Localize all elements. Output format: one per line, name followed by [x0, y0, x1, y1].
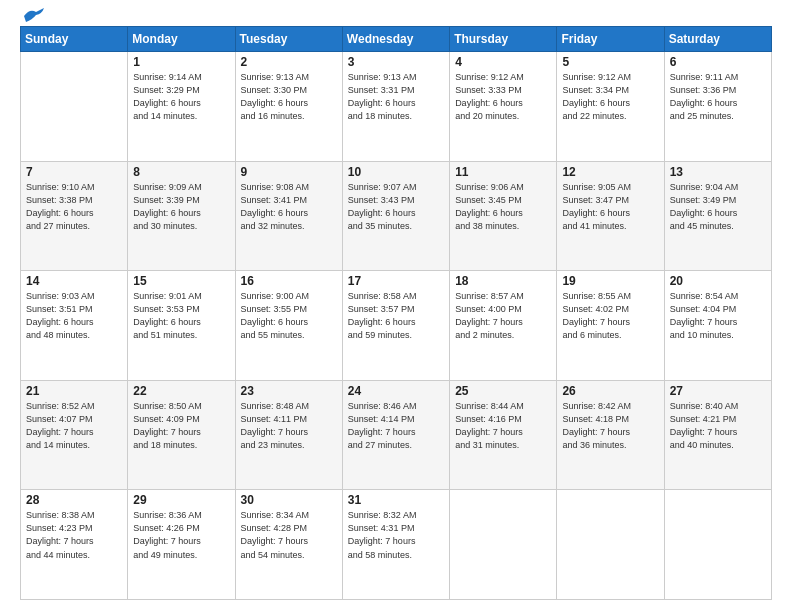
header [20, 16, 772, 18]
day-number: 24 [348, 384, 444, 398]
calendar-header-monday: Monday [128, 27, 235, 52]
day-info: Sunrise: 8:52 AMSunset: 4:07 PMDaylight:… [26, 400, 122, 452]
day-number: 2 [241, 55, 337, 69]
day-number: 11 [455, 165, 551, 179]
calendar-cell: 31Sunrise: 8:32 AMSunset: 4:31 PMDayligh… [342, 490, 449, 600]
day-info: Sunrise: 8:32 AMSunset: 4:31 PMDaylight:… [348, 509, 444, 561]
calendar-cell: 12Sunrise: 9:05 AMSunset: 3:47 PMDayligh… [557, 161, 664, 271]
calendar-cell: 1Sunrise: 9:14 AMSunset: 3:29 PMDaylight… [128, 52, 235, 162]
page: SundayMondayTuesdayWednesdayThursdayFrid… [0, 0, 792, 612]
calendar-week-4: 21Sunrise: 8:52 AMSunset: 4:07 PMDayligh… [21, 380, 772, 490]
day-number: 18 [455, 274, 551, 288]
day-info: Sunrise: 9:09 AMSunset: 3:39 PMDaylight:… [133, 181, 229, 233]
calendar-cell: 3Sunrise: 9:13 AMSunset: 3:31 PMDaylight… [342, 52, 449, 162]
calendar-cell: 30Sunrise: 8:34 AMSunset: 4:28 PMDayligh… [235, 490, 342, 600]
calendar-cell: 4Sunrise: 9:12 AMSunset: 3:33 PMDaylight… [450, 52, 557, 162]
calendar-cell: 19Sunrise: 8:55 AMSunset: 4:02 PMDayligh… [557, 271, 664, 381]
calendar-cell: 21Sunrise: 8:52 AMSunset: 4:07 PMDayligh… [21, 380, 128, 490]
day-number: 17 [348, 274, 444, 288]
day-info: Sunrise: 9:10 AMSunset: 3:38 PMDaylight:… [26, 181, 122, 233]
day-info: Sunrise: 9:01 AMSunset: 3:53 PMDaylight:… [133, 290, 229, 342]
day-number: 15 [133, 274, 229, 288]
day-info: Sunrise: 9:12 AMSunset: 3:33 PMDaylight:… [455, 71, 551, 123]
calendar-cell: 22Sunrise: 8:50 AMSunset: 4:09 PMDayligh… [128, 380, 235, 490]
calendar-week-5: 28Sunrise: 8:38 AMSunset: 4:23 PMDayligh… [21, 490, 772, 600]
calendar-cell: 11Sunrise: 9:06 AMSunset: 3:45 PMDayligh… [450, 161, 557, 271]
calendar-header-friday: Friday [557, 27, 664, 52]
day-info: Sunrise: 8:57 AMSunset: 4:00 PMDaylight:… [455, 290, 551, 342]
day-number: 5 [562, 55, 658, 69]
calendar-cell: 28Sunrise: 8:38 AMSunset: 4:23 PMDayligh… [21, 490, 128, 600]
day-number: 10 [348, 165, 444, 179]
calendar-cell: 14Sunrise: 9:03 AMSunset: 3:51 PMDayligh… [21, 271, 128, 381]
day-info: Sunrise: 9:12 AMSunset: 3:34 PMDaylight:… [562, 71, 658, 123]
day-number: 6 [670, 55, 766, 69]
calendar-cell: 23Sunrise: 8:48 AMSunset: 4:11 PMDayligh… [235, 380, 342, 490]
day-info: Sunrise: 9:04 AMSunset: 3:49 PMDaylight:… [670, 181, 766, 233]
day-number: 19 [562, 274, 658, 288]
day-number: 26 [562, 384, 658, 398]
calendar-cell: 18Sunrise: 8:57 AMSunset: 4:00 PMDayligh… [450, 271, 557, 381]
calendar-cell: 13Sunrise: 9:04 AMSunset: 3:49 PMDayligh… [664, 161, 771, 271]
day-number: 8 [133, 165, 229, 179]
day-info: Sunrise: 9:13 AMSunset: 3:30 PMDaylight:… [241, 71, 337, 123]
day-info: Sunrise: 9:05 AMSunset: 3:47 PMDaylight:… [562, 181, 658, 233]
day-info: Sunrise: 8:50 AMSunset: 4:09 PMDaylight:… [133, 400, 229, 452]
day-info: Sunrise: 9:13 AMSunset: 3:31 PMDaylight:… [348, 71, 444, 123]
calendar-cell: 27Sunrise: 8:40 AMSunset: 4:21 PMDayligh… [664, 380, 771, 490]
calendar-cell: 2Sunrise: 9:13 AMSunset: 3:30 PMDaylight… [235, 52, 342, 162]
calendar-cell [450, 490, 557, 600]
day-info: Sunrise: 9:06 AMSunset: 3:45 PMDaylight:… [455, 181, 551, 233]
day-number: 12 [562, 165, 658, 179]
day-number: 7 [26, 165, 122, 179]
calendar-header-wednesday: Wednesday [342, 27, 449, 52]
day-number: 20 [670, 274, 766, 288]
calendar-header-thursday: Thursday [450, 27, 557, 52]
day-info: Sunrise: 9:07 AMSunset: 3:43 PMDaylight:… [348, 181, 444, 233]
calendar-header-tuesday: Tuesday [235, 27, 342, 52]
day-info: Sunrise: 8:58 AMSunset: 3:57 PMDaylight:… [348, 290, 444, 342]
calendar-cell: 10Sunrise: 9:07 AMSunset: 3:43 PMDayligh… [342, 161, 449, 271]
day-number: 3 [348, 55, 444, 69]
day-number: 13 [670, 165, 766, 179]
calendar-week-3: 14Sunrise: 9:03 AMSunset: 3:51 PMDayligh… [21, 271, 772, 381]
calendar-header-saturday: Saturday [664, 27, 771, 52]
calendar-cell: 29Sunrise: 8:36 AMSunset: 4:26 PMDayligh… [128, 490, 235, 600]
calendar-week-1: 1Sunrise: 9:14 AMSunset: 3:29 PMDaylight… [21, 52, 772, 162]
calendar-cell: 6Sunrise: 9:11 AMSunset: 3:36 PMDaylight… [664, 52, 771, 162]
day-info: Sunrise: 8:55 AMSunset: 4:02 PMDaylight:… [562, 290, 658, 342]
day-number: 25 [455, 384, 551, 398]
day-info: Sunrise: 8:34 AMSunset: 4:28 PMDaylight:… [241, 509, 337, 561]
calendar-cell: 20Sunrise: 8:54 AMSunset: 4:04 PMDayligh… [664, 271, 771, 381]
day-info: Sunrise: 9:03 AMSunset: 3:51 PMDaylight:… [26, 290, 122, 342]
calendar-cell [557, 490, 664, 600]
calendar-cell: 16Sunrise: 9:00 AMSunset: 3:55 PMDayligh… [235, 271, 342, 381]
day-number: 16 [241, 274, 337, 288]
day-number: 9 [241, 165, 337, 179]
day-info: Sunrise: 8:44 AMSunset: 4:16 PMDaylight:… [455, 400, 551, 452]
day-info: Sunrise: 9:08 AMSunset: 3:41 PMDaylight:… [241, 181, 337, 233]
calendar-header-sunday: Sunday [21, 27, 128, 52]
calendar-cell: 9Sunrise: 9:08 AMSunset: 3:41 PMDaylight… [235, 161, 342, 271]
calendar-cell: 17Sunrise: 8:58 AMSunset: 3:57 PMDayligh… [342, 271, 449, 381]
day-info: Sunrise: 8:40 AMSunset: 4:21 PMDaylight:… [670, 400, 766, 452]
calendar-cell: 15Sunrise: 9:01 AMSunset: 3:53 PMDayligh… [128, 271, 235, 381]
calendar-cell: 25Sunrise: 8:44 AMSunset: 4:16 PMDayligh… [450, 380, 557, 490]
day-number: 21 [26, 384, 122, 398]
calendar-table: SundayMondayTuesdayWednesdayThursdayFrid… [20, 26, 772, 600]
day-info: Sunrise: 8:38 AMSunset: 4:23 PMDaylight:… [26, 509, 122, 561]
day-info: Sunrise: 8:36 AMSunset: 4:26 PMDaylight:… [133, 509, 229, 561]
day-number: 27 [670, 384, 766, 398]
day-number: 28 [26, 493, 122, 507]
logo-bird-icon [22, 8, 44, 24]
day-info: Sunrise: 9:14 AMSunset: 3:29 PMDaylight:… [133, 71, 229, 123]
day-info: Sunrise: 9:11 AMSunset: 3:36 PMDaylight:… [670, 71, 766, 123]
day-info: Sunrise: 8:48 AMSunset: 4:11 PMDaylight:… [241, 400, 337, 452]
calendar-cell: 8Sunrise: 9:09 AMSunset: 3:39 PMDaylight… [128, 161, 235, 271]
day-number: 23 [241, 384, 337, 398]
day-number: 31 [348, 493, 444, 507]
day-info: Sunrise: 8:54 AMSunset: 4:04 PMDaylight:… [670, 290, 766, 342]
day-number: 14 [26, 274, 122, 288]
calendar-header-row: SundayMondayTuesdayWednesdayThursdayFrid… [21, 27, 772, 52]
calendar-cell [664, 490, 771, 600]
